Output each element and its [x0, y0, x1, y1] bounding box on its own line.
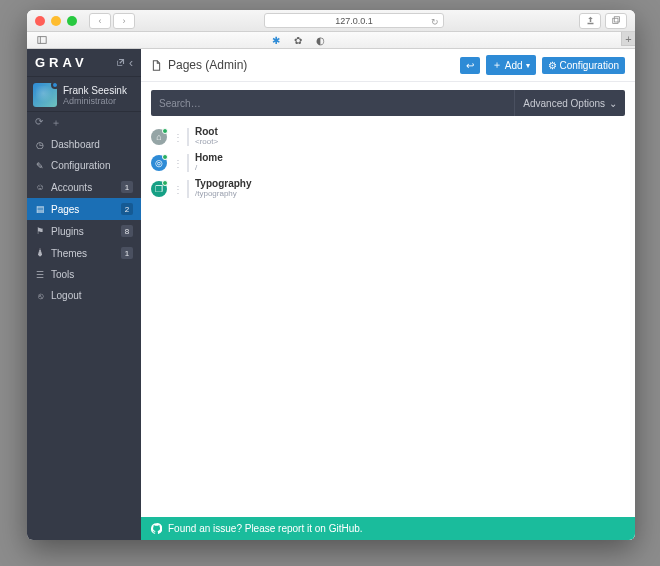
divider: [187, 128, 189, 146]
page-path: <root>: [195, 137, 218, 147]
wrench-icon: ✎: [35, 161, 45, 171]
mac-titlebar: ‹ › 127.0.0.1 ↻: [27, 10, 635, 32]
browser-window: ‹ › 127.0.0.1 ↻ ✱ ✿ ◐ +: [27, 10, 635, 540]
user-role: Administrator: [63, 96, 127, 106]
gauge-icon: ◷: [35, 140, 45, 150]
external-link-icon[interactable]: [116, 58, 125, 67]
notification-dot: [51, 83, 57, 89]
address-text: 127.0.0.1: [335, 16, 373, 26]
nav-back[interactable]: ‹: [89, 13, 111, 29]
divider: [187, 154, 189, 172]
sidebar-item-label: Logout: [51, 290, 133, 301]
share-icon[interactable]: [579, 13, 601, 29]
page-type-icon: ❐: [151, 181, 167, 197]
sidebar-item-logout[interactable]: ⎋ Logout: [27, 285, 141, 306]
extension-icon[interactable]: ✱: [269, 33, 283, 47]
page-type-icon: ◎: [151, 155, 167, 171]
page-item-typography[interactable]: ❐ ⋮ Typography /typography: [151, 176, 625, 202]
file-icon: ▤: [35, 204, 45, 214]
advanced-label: Advanced Options: [523, 98, 605, 109]
add-label: Add: [505, 60, 523, 71]
page-list: ⌂ ⋮ Root <root> ◎ ⋮ Home: [151, 124, 625, 517]
avatar: [33, 83, 57, 107]
drag-handle[interactable]: ⋮: [173, 132, 179, 143]
badge: 1: [121, 247, 133, 259]
page-type-icon: ⌂: [151, 129, 167, 145]
sidebar-item-plugins[interactable]: ⚑ Plugins 8: [27, 220, 141, 242]
drag-handle[interactable]: ⋮: [173, 184, 179, 195]
refresh-icon[interactable]: ⟳: [35, 116, 43, 130]
search-bar: Advanced Options ⌄: [151, 90, 625, 116]
sidebar-item-label: Configuration: [51, 160, 133, 171]
back-icon: ↩: [466, 60, 474, 71]
divider: [187, 180, 189, 198]
badge: 2: [121, 203, 133, 215]
configuration-button[interactable]: ⚙ Configuration: [542, 57, 625, 74]
chevron-left-icon[interactable]: ‹: [129, 56, 133, 70]
sidebar-item-label: Themes: [51, 248, 115, 259]
badge: 1: [121, 181, 133, 193]
logout-icon: ⎋: [35, 291, 45, 301]
quick-icons: ⟳ ＋: [27, 112, 141, 134]
app-root: GRAV ‹ Frank Seesink Administrator ⟳ ＋: [27, 49, 635, 540]
sidebar-item-pages[interactable]: ▤ Pages 2: [27, 198, 141, 220]
page-item-root[interactable]: ⌂ ⋮ Root <root>: [151, 124, 625, 150]
status-dot: [162, 154, 168, 160]
page-title: Typography: [195, 179, 251, 189]
page-title: Root: [195, 127, 218, 137]
footer-banner[interactable]: Found an issue? Please report it on GitH…: [141, 517, 635, 540]
plus-icon[interactable]: ＋: [51, 116, 61, 130]
status-dot: [162, 128, 168, 134]
sidebar-item-accounts[interactable]: ☺ Accounts 1: [27, 176, 141, 198]
badge: 8: [121, 225, 133, 237]
page-path: /typography: [195, 189, 251, 199]
configuration-label: Configuration: [560, 60, 619, 71]
chevron-down-icon: ▾: [526, 61, 530, 70]
search-input[interactable]: [151, 90, 514, 116]
window-minimize[interactable]: [51, 16, 61, 26]
github-icon: [151, 523, 162, 534]
gear-icon: ⚙: [548, 60, 557, 71]
brand-row: GRAV ‹: [27, 49, 141, 77]
main-body: Advanced Options ⌄ ⌂ ⋮ Root <root>: [141, 82, 635, 517]
sidebar-item-tools[interactable]: ☰ Tools: [27, 264, 141, 285]
puzzle-icon[interactable]: ✿: [291, 33, 305, 47]
address-bar[interactable]: 127.0.0.1 ↻: [264, 13, 444, 28]
sidebar-toggle-icon[interactable]: [35, 33, 49, 47]
browser-toolbar: ✱ ✿ ◐: [27, 32, 635, 49]
window-zoom[interactable]: [67, 16, 77, 26]
sidebar-item-label: Plugins: [51, 226, 115, 237]
footer-text: Found an issue? Please report it on GitH…: [168, 523, 363, 534]
brand-name: GRAV: [35, 55, 116, 70]
page-header: Pages (Admin) ↩ ＋ Add ▾ ⚙ Configuration: [141, 49, 635, 82]
nav-forward[interactable]: ›: [113, 13, 135, 29]
drag-handle[interactable]: ⋮: [173, 158, 179, 169]
page-title-wrap: Pages (Admin): [151, 58, 454, 72]
back-button[interactable]: ↩: [460, 57, 480, 74]
reload-icon[interactable]: ↻: [431, 15, 439, 29]
advanced-options[interactable]: Advanced Options ⌄: [514, 90, 625, 116]
window-close[interactable]: [35, 16, 45, 26]
tabs-icon[interactable]: [605, 13, 627, 29]
sidebar-item-themes[interactable]: 🌢 Themes 1: [27, 242, 141, 264]
new-tab-button[interactable]: +: [621, 32, 635, 46]
status-dot: [162, 180, 168, 186]
users-icon: ☺: [35, 182, 45, 192]
plug-icon: ⚑: [35, 226, 45, 236]
contrast-icon[interactable]: ◐: [313, 33, 327, 47]
plus-icon: ＋: [492, 58, 502, 72]
sidebar-item-configuration[interactable]: ✎ Configuration: [27, 155, 141, 176]
svg-rect-0: [612, 18, 617, 23]
page-title: Home: [195, 153, 223, 163]
add-button[interactable]: ＋ Add ▾: [486, 55, 536, 75]
drop-icon: 🌢: [35, 248, 45, 258]
sidebar-item-label: Dashboard: [51, 139, 133, 150]
user-block[interactable]: Frank Seesink Administrator: [27, 77, 141, 112]
sidebar: GRAV ‹ Frank Seesink Administrator ⟳ ＋: [27, 49, 141, 540]
svg-rect-1: [614, 17, 619, 22]
page-item-home[interactable]: ◎ ⋮ Home /: [151, 150, 625, 176]
user-name: Frank Seesink: [63, 85, 127, 96]
briefcase-icon: ☰: [35, 270, 45, 280]
chevron-down-icon: ⌄: [609, 98, 617, 109]
sidebar-item-dashboard[interactable]: ◷ Dashboard: [27, 134, 141, 155]
